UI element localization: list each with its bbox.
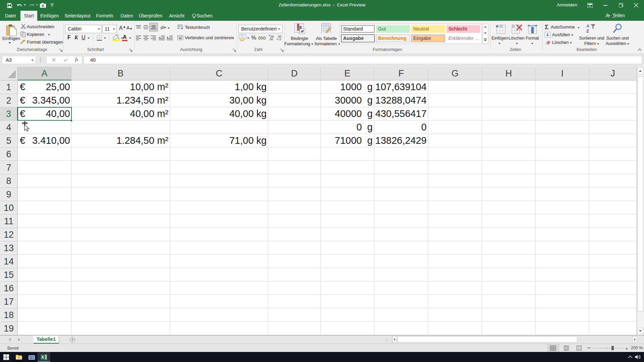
- svg-text:A: A: [586, 23, 590, 28]
- svg-text:Z: Z: [586, 28, 589, 34]
- svg-text:,0: ,0: [279, 38, 281, 41]
- svg-text:,00: ,00: [269, 38, 273, 41]
- svg-text:X: X: [41, 355, 44, 360]
